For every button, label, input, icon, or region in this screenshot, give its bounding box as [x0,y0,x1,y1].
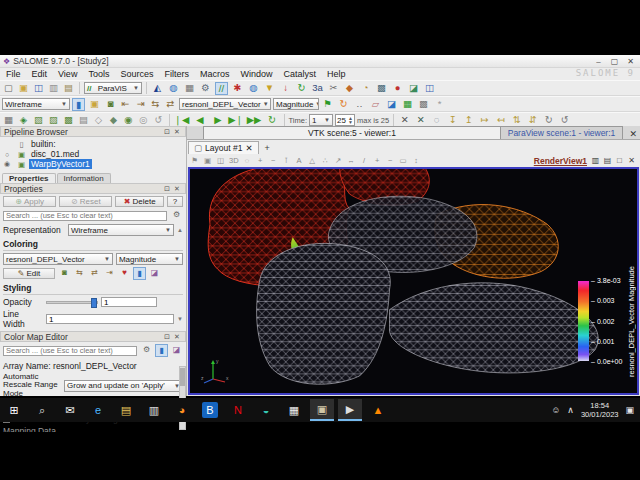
module-icon[interactable]: ◍ [247,82,260,95]
coloring-tool-icon[interactable]: ⇆ [73,267,86,280]
taskbar-clock[interactable]: 18:54 30/01/2023 [581,401,619,420]
coloring-tool-icon[interactable]: ◙ [58,267,71,280]
edit-colormap-button[interactable]: ✎Edit [3,268,55,279]
module-icon[interactable]: ▦ [183,82,196,95]
rescale-mode-combo[interactable]: Grow and update on 'Apply' ▼ [64,380,183,392]
coloring-tool-icon[interactable]: ♥ [118,267,131,280]
camera-control-icon[interactable]: ↻ [542,114,555,127]
render-view-label[interactable]: RenderView1 [534,156,587,166]
scroll-down-icon[interactable]: ▼ [177,316,183,322]
representation-icon[interactable]: ▧ [32,114,45,127]
camera-control-icon[interactable]: ✕ [398,114,411,127]
viewport-tool-icon[interactable]: ↕ [412,156,421,165]
camera-control-icon[interactable]: ◌ [430,114,443,127]
menu-item[interactable]: Edit [32,69,48,79]
menu-item[interactable]: Window [240,69,272,79]
color-array-combo[interactable]: resnonl_DEPL_Vector ▼ [179,98,271,110]
menu-item[interactable]: File [6,69,21,79]
visibility-eye-icon[interactable]: ◉ [0,160,14,168]
close-viewer-icon[interactable]: ✕ [629,129,637,139]
camera-control-icon[interactable]: ↧ [446,114,459,127]
camera-control-icon[interactable]: ↦ [478,114,491,127]
spinner-arrows-icon[interactable]: ▲▼ [348,116,353,124]
vcr-control-icon[interactable]: ◀ [192,114,207,127]
taskbar-item[interactable]: N [226,399,250,421]
display-toolbar-icon[interactable]: ⚑ [321,98,334,111]
time-combo[interactable]: 1 ▼ [309,114,333,126]
float-panel-icon[interactable]: ⊡ [162,128,172,136]
taskbar-item[interactable]: ▶ [338,399,362,421]
module-icon[interactable]: 3a [311,82,324,95]
menu-item[interactable]: View [58,69,77,79]
taskbar-item[interactable]: ▦ [282,399,306,421]
camera-control-icon[interactable]: ↺ [558,114,571,127]
coloring-tool-icon[interactable]: ▮ [133,267,146,280]
display-toolbar-icon[interactable]: * [433,98,446,111]
apply-button[interactable]: ⊕Apply [3,196,56,207]
vcr-control-icon[interactable]: ❘◀ [174,114,189,127]
close-panel-icon[interactable]: ✕ [172,128,182,136]
viewport-tool-icon[interactable]: ▭ [399,156,408,165]
module-icon[interactable]: ◔ [359,82,372,95]
module-icon[interactable]: ◭ [151,82,164,95]
module-icon[interactable]: // [215,82,228,95]
camera-control-icon[interactable]: ✕ [414,114,427,127]
taskbar-item[interactable]: ◕ [170,399,194,421]
viewport-tool-icon[interactable]: / [360,156,369,165]
opacity-value-input[interactable] [101,297,157,307]
coloring-tool-icon[interactable]: ◪ [148,267,161,280]
representation-icon[interactable]: ▤ [77,114,90,127]
display-toolbar-icon[interactable]: ▱ [369,98,382,111]
module-icon[interactable]: ◫ [423,82,436,95]
file-toolbar-icon[interactable]: ▣ [17,82,30,95]
display-toolbar-icon[interactable]: ▦ [401,98,414,111]
module-icon[interactable]: ✱ [231,82,244,95]
file-toolbar-icon[interactable]: ▤ [62,82,75,95]
menu-item[interactable]: Filters [164,69,189,79]
help-button[interactable]: ? [167,196,183,207]
representation-icon[interactable]: ▩ [62,114,75,127]
module-icon[interactable]: ◪ [407,82,420,95]
pipeline-tree-item[interactable]: ◉ ▣ WarpByVector1 [0,159,186,169]
module-icon[interactable]: ✂ [327,82,340,95]
menu-item[interactable]: Tools [88,69,109,79]
float-panel-icon[interactable]: ⊡ [162,185,172,193]
viewport-tool-icon[interactable]: ◌ [243,156,252,165]
tray-chevron-up-icon[interactable]: ∧ [567,405,574,415]
line-width-input[interactable] [46,314,174,324]
display-toolbar-icon[interactable]: ▩ [417,98,430,111]
pipeline-tree-item[interactable]: ○ ▣ disc_01.med [0,149,186,159]
representation-icon[interactable]: ◈ [17,114,30,127]
frame-spinner[interactable]: 25 ▲▼ [335,114,355,126]
representation-combo[interactable]: Wireframe ▼ [2,98,70,110]
viewport-tool-icon[interactable]: − [269,156,278,165]
tab-vtk-scene[interactable]: VTK scene:5 - viewer:1 [203,126,501,139]
tab-paraview-scene[interactable]: ParaView scene:1 - viewer:1 [501,126,623,139]
viewport-tool-icon[interactable]: − [386,156,395,165]
coloring-tool-icon[interactable]: ⇄ [88,267,101,280]
camera-control-icon[interactable]: ⇵ [526,114,539,127]
colormap-tool-icon[interactable]: ▮ [155,344,168,357]
maximize-button[interactable]: ▢ [608,57,621,66]
vcr-control-icon[interactable]: ▶▶ [247,114,262,127]
module-selector[interactable]: // ParaViS ▼ [84,82,142,94]
pipeline-tree-item[interactable]: ▯ builtin: [0,139,186,149]
gear-icon[interactable]: ⚙ [170,209,183,222]
display-toolbar-icon[interactable]: ‥ [353,98,366,111]
module-icon[interactable]: ⚙ [199,82,212,95]
viewport-tool-icon[interactable]: ↔ [347,156,356,165]
rescale-range-icon[interactable]: ⇤ [119,98,132,111]
file-toolbar-icon[interactable]: ▢ [2,82,15,95]
coloring-component-combo[interactable]: Magnitude ▼ [116,253,183,265]
colormap-tool-icon[interactable]: ⚙ [140,344,153,357]
taskbar-item[interactable]: ▲ [366,399,390,421]
display-toolbar-icon[interactable]: ▣ [88,98,101,111]
scroll-up-icon[interactable]: ▲ [177,227,183,233]
taskbar-item[interactable]: ▤ [114,399,138,421]
taskbar-item[interactable]: ⌕ [30,399,54,421]
colormap-tool-icon[interactable]: ◪ [170,344,183,357]
taskbar-item[interactable]: B [198,399,222,421]
vcr-control-icon[interactable]: ▶ [210,114,225,127]
viewport-tool-icon[interactable]: ∴ [321,156,330,165]
view-control-icon[interactable]: ▤ [602,156,613,165]
